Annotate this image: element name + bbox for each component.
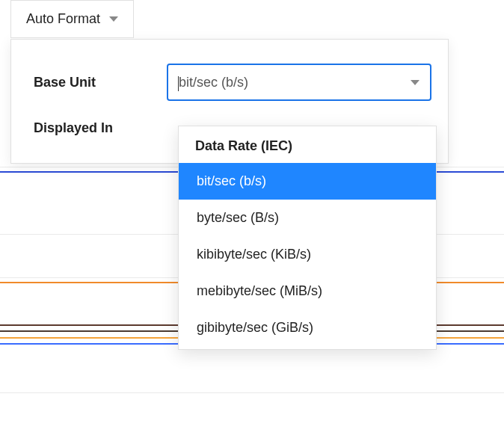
dropdown-item-bit-sec[interactable]: bit/sec (b/s) xyxy=(179,163,436,200)
dropdown-group-header: Data Rate (IEC) xyxy=(179,126,436,163)
tab-label: Auto Format xyxy=(26,11,100,27)
auto-format-tab-container: Auto Format xyxy=(10,0,134,38)
dropdown-item-gibibyte-sec[interactable]: gibibyte/sec (GiB/s) xyxy=(179,309,436,346)
dropdown-item-kibibyte-sec[interactable]: kibibyte/sec (KiB/s) xyxy=(179,236,436,273)
dropdown-item-byte-sec[interactable]: byte/sec (B/s) xyxy=(179,200,436,236)
caret-down-icon xyxy=(109,16,118,22)
base-unit-combo[interactable]: bit/sec (b/s) xyxy=(167,64,431,101)
base-unit-label: Base Unit xyxy=(34,75,167,90)
auto-format-tab[interactable]: Auto Format xyxy=(11,1,133,37)
dropdown-item-mebibyte-sec[interactable]: mebibyte/sec (MiB/s) xyxy=(179,273,436,309)
base-unit-dropdown: Data Rate (IEC) bit/sec (b/s) byte/sec (… xyxy=(178,126,437,350)
base-unit-value: bit/sec (b/s) xyxy=(179,75,248,90)
caret-down-icon xyxy=(411,80,420,85)
displayed-in-label: Displayed In xyxy=(34,120,167,136)
